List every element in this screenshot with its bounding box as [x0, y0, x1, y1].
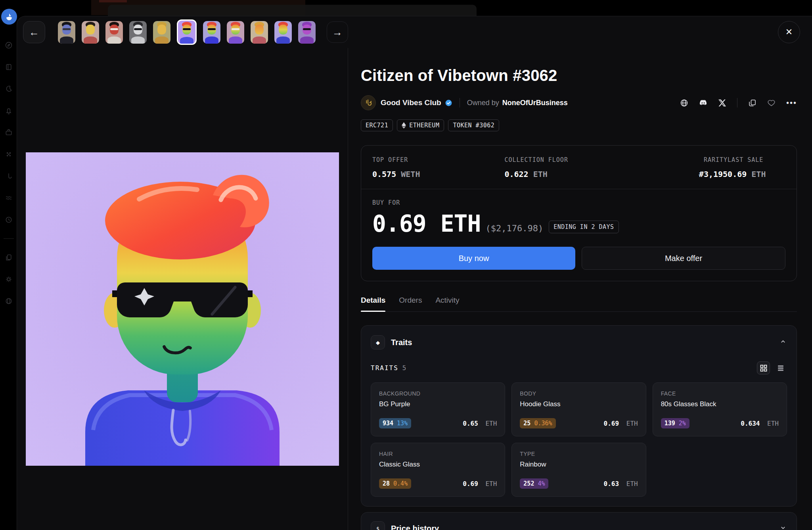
- traits-section: ◆ Traits TRAITS 5: [361, 325, 797, 507]
- thumbnail-strip: [58, 19, 316, 45]
- trait-price: 0.69 ETH: [604, 420, 638, 427]
- owner-name[interactable]: NoneOfUrBusiness: [502, 99, 568, 107]
- nft-thumbnail[interactable]: [203, 21, 220, 44]
- price-history-header[interactable]: $ Price history: [371, 521, 787, 530]
- trait-card[interactable]: BODY Hoodie Glass 25 0.36% 0.69: [511, 382, 646, 436]
- owned-by-label: Owned by: [467, 99, 499, 107]
- modal-header: ←: [17, 16, 812, 48]
- compass-icon[interactable]: [5, 41, 13, 49]
- stat-item: LAST SALE 0.69 ETH: [728, 156, 785, 179]
- nft-thumbnail[interactable]: [58, 21, 75, 44]
- price-usd: ($2,176.98): [485, 223, 543, 233]
- nft-thumbnail[interactable]: [251, 21, 268, 44]
- trait-card[interactable]: TYPE Rainbow 252 4% 0.63 ETH: [511, 443, 646, 497]
- ethereum-icon: [402, 122, 406, 129]
- waves-icon[interactable]: [5, 194, 13, 202]
- thumb-glasses: [158, 28, 166, 30]
- trait-price: 0.69 ETH: [463, 480, 497, 488]
- background-card: [108, 5, 477, 16]
- stat-item: COLLECTION FLOOR 0.622 ETH: [504, 156, 645, 179]
- clock-icon[interactable]: [5, 216, 13, 224]
- stat-label: RARITY: [645, 156, 728, 163]
- nft-thumbnail[interactable]: [298, 21, 316, 44]
- trait-card[interactable]: BACKGROUND BG Purple 934 13% 0.65: [371, 382, 505, 436]
- trait-card[interactable]: HAIR Classic Glass 28 0.4% 0.69: [371, 443, 505, 497]
- traits-header[interactable]: ◆ Traits: [371, 335, 787, 349]
- nft-thumbnail[interactable]: [129, 21, 147, 44]
- collection-name[interactable]: Good Vibes Club: [381, 98, 441, 107]
- thumb-body: [155, 36, 169, 43]
- forward-button[interactable]: →: [327, 21, 348, 43]
- grid-view-button[interactable]: [757, 361, 770, 374]
- tab[interactable]: Orders: [399, 296, 422, 311]
- nft-thumbnail[interactable]: [153, 21, 170, 44]
- thumb-body: [84, 36, 97, 43]
- stat-label: LAST SALE: [728, 156, 785, 163]
- action-icons: •••: [680, 98, 797, 108]
- list-view-button[interactable]: [774, 361, 787, 374]
- app-logo-icon[interactable]: [1, 9, 17, 25]
- token-badge: TOKEN #3062: [448, 119, 499, 131]
- tab[interactable]: Activity: [435, 296, 459, 311]
- trait-count: 139: [665, 420, 675, 427]
- pages-icon[interactable]: [5, 253, 13, 261]
- x-twitter-icon[interactable]: [718, 99, 726, 107]
- trait-footer: 934 13% 0.65 ETH: [379, 418, 497, 428]
- detail-tabs: DetailsOrdersActivity: [361, 296, 797, 312]
- globe-small-icon[interactable]: [5, 297, 13, 305]
- nft-thumbnail[interactable]: [82, 21, 99, 44]
- thumb-glasses: [303, 28, 311, 30]
- page-title: Citizen of Vibetown #3062: [361, 67, 797, 84]
- trait-percent: 13%: [397, 420, 408, 427]
- trait-percent: 0.4%: [393, 480, 408, 487]
- dollar-icon: $: [371, 521, 385, 530]
- trait-rarity-pill: 252 4%: [520, 478, 548, 489]
- tab[interactable]: Details: [361, 296, 385, 311]
- divider: [460, 98, 460, 108]
- nft-artwork[interactable]: [26, 152, 339, 466]
- stat-number: #3,195: [699, 169, 728, 179]
- discord-icon[interactable]: [699, 99, 707, 107]
- buy-now-button[interactable]: Buy now: [372, 247, 575, 270]
- trait-price: 0.634 ETH: [741, 420, 779, 427]
- stat-value: #3,195: [645, 169, 728, 179]
- gear-icon[interactable]: [5, 275, 13, 283]
- thumb-body: [107, 36, 121, 43]
- trait-percent: 4%: [538, 480, 545, 487]
- trait-type: BODY: [520, 390, 638, 397]
- trait-price-number: 0.63: [604, 480, 619, 488]
- stat-value: 0.575 WETH: [372, 169, 504, 179]
- page-root: ←: [0, 0, 812, 530]
- make-offer-button[interactable]: Make offer: [582, 247, 785, 270]
- collection-avatar[interactable]: [361, 95, 376, 110]
- traits-toolbar: TRAITS 5: [371, 361, 787, 374]
- list-view-icon: [777, 365, 784, 372]
- trait-name: Rainbow: [520, 461, 638, 469]
- trait-price-unit: ETH: [485, 480, 497, 488]
- trait-type: TYPE: [520, 451, 638, 457]
- grid-dots-icon[interactable]: [5, 150, 13, 158]
- trait-card[interactable]: FACE 80s Glasses Black 139 2% 0.634: [653, 382, 787, 436]
- copy-icon[interactable]: [748, 99, 756, 107]
- favorite-button[interactable]: [767, 99, 776, 107]
- panel-icon[interactable]: [5, 63, 13, 71]
- price-amount: 0.69: [372, 213, 426, 234]
- verified-badge-icon: [445, 99, 452, 107]
- trait-grid: BACKGROUND BG Purple 934 13% 0.65: [371, 382, 787, 497]
- briefcase-icon[interactable]: [5, 129, 13, 136]
- close-button[interactable]: ✕: [778, 21, 800, 43]
- bell-icon[interactable]: [5, 107, 13, 115]
- moon-icon[interactable]: [5, 85, 13, 93]
- back-button[interactable]: ←: [23, 21, 45, 43]
- price-history-section: $ Price history: [361, 512, 797, 530]
- nft-thumbnail[interactable]: [274, 21, 292, 44]
- hook-icon[interactable]: [5, 172, 13, 180]
- trait-footer: 139 2% 0.634 ETH: [661, 418, 779, 428]
- trait-footer: 25 0.36% 0.69 ETH: [520, 418, 638, 428]
- nft-thumbnail[interactable]: [105, 21, 123, 44]
- globe-icon[interactable]: [680, 99, 688, 107]
- details-pane: Citizen of Vibetown #3062 Good Vibes Clu…: [348, 48, 812, 530]
- nft-thumbnail[interactable]: [177, 19, 197, 45]
- more-options-button[interactable]: •••: [786, 98, 797, 108]
- nft-thumbnail[interactable]: [227, 21, 244, 44]
